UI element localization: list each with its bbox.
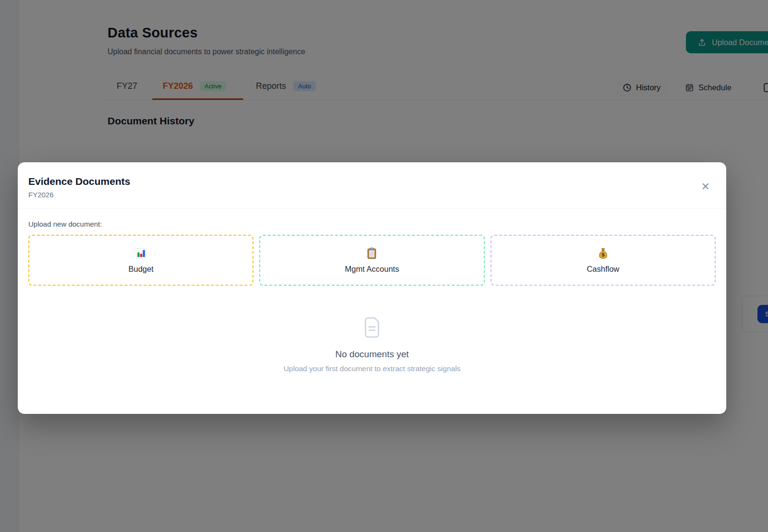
empty-state: No documents yet Upload your first docum… [28, 315, 716, 373]
upload-new-document-label: Upload new document: [28, 220, 716, 228]
modal-body: Upload new document: Budget [18, 209, 726, 384]
doc-type-label-mgmt-accounts: Mgmt Accounts [345, 265, 399, 274]
modal-subtitle: FY2026 [28, 191, 716, 199]
doc-type-card-mgmt-accounts[interactable]: Mgmt Accounts [259, 235, 484, 286]
money-bag-icon: $ [597, 247, 610, 260]
modal-title: Evidence Documents [28, 176, 716, 187]
screen: Data Sources Upload financial documents … [0, 0, 768, 532]
clipboard-icon [365, 247, 378, 260]
doc-type-label-budget: Budget [129, 265, 154, 274]
modal-header: Evidence Documents FY2026 ✕ [18, 162, 726, 209]
bar-chart-icon [134, 247, 147, 260]
svg-text:$: $ [601, 252, 605, 258]
doc-type-card-budget[interactable]: Budget [28, 235, 253, 286]
empty-state-subtitle: Upload your first document to extract st… [28, 364, 716, 373]
empty-state-title: No documents yet [28, 349, 716, 360]
doc-type-label-cashflow: Cashflow [587, 265, 619, 274]
close-icon[interactable]: ✕ [701, 181, 710, 192]
doc-type-card-row: Budget Mgmt Accounts [28, 235, 716, 286]
document-icon [361, 315, 383, 339]
doc-type-card-cashflow[interactable]: $ Cashflow [491, 235, 716, 286]
evidence-documents-modal: Evidence Documents FY2026 ✕ Upload new d… [18, 162, 726, 414]
